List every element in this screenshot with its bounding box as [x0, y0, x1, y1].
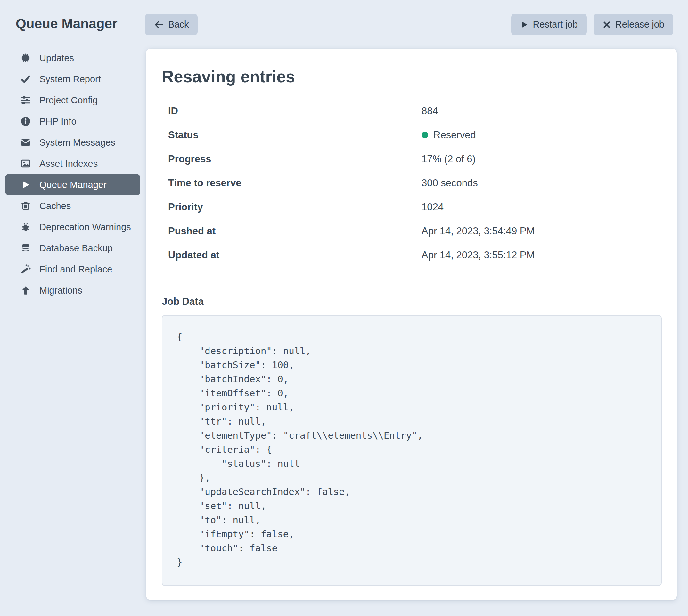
back-button-label: Back — [168, 19, 189, 30]
detail-row-time-to-reserve: Time to reserve 300 seconds — [162, 171, 662, 195]
arrow-left-icon — [154, 20, 164, 29]
restart-job-button[interactable]: Restart job — [511, 14, 587, 35]
toolbar-actions: Restart job Release job — [511, 14, 673, 35]
database-icon — [20, 243, 31, 254]
envelope-icon — [20, 137, 31, 148]
detail-label: Status — [162, 129, 422, 141]
sidebar-item-label: Migrations — [39, 284, 82, 297]
detail-row-priority: Priority 1024 — [162, 195, 662, 219]
detail-row-progress: Progress 17% (2 of 6) — [162, 147, 662, 171]
sidebar-item-label: Updates — [39, 51, 74, 65]
detail-label: Pushed at — [162, 225, 422, 237]
sidebar-item-queue-manager[interactable]: Queue Manager — [5, 174, 140, 195]
detail-row-updated-at: Updated at Apr 14, 2023, 3:55:12 PM — [162, 243, 662, 267]
sidebar-item-label: Deprecation Warnings — [39, 220, 131, 234]
detail-label: Time to reserve — [162, 177, 422, 189]
detail-value: 884 — [422, 105, 438, 117]
sidebar-item-label: Asset Indexes — [39, 157, 98, 170]
sidebar-item-deprecation-warnings[interactable]: Deprecation Warnings — [5, 216, 140, 238]
checkmark-icon — [20, 74, 31, 85]
job-data-json: { "description": null, "batchSize": 100,… — [177, 330, 647, 569]
sidebar-item-updates[interactable]: Updates — [5, 47, 140, 68]
utilities-sidebar: Updates System Report Project Config PHP… — [5, 47, 140, 301]
sidebar-item-label: System Messages — [39, 136, 115, 149]
job-details-table: ID 884 Status Reserved Progress 17% (2 o… — [162, 99, 662, 267]
sidebar-item-label: Queue Manager — [39, 178, 107, 192]
section-divider — [162, 279, 662, 279]
job-data-heading: Job Data — [162, 296, 662, 307]
sidebar-item-label: Find and Replace — [39, 263, 112, 276]
detail-value: Apr 14, 2023, 3:55:12 PM — [422, 249, 535, 261]
detail-row-id: ID 884 — [162, 99, 662, 123]
release-job-label: Release job — [615, 19, 664, 30]
sidebar-item-label: Caches — [39, 199, 71, 213]
magic-wand-icon — [20, 264, 31, 275]
sidebar-item-asset-indexes[interactable]: Asset Indexes — [5, 153, 140, 174]
sidebar-item-label: Project Config — [39, 93, 98, 107]
trash-icon — [20, 200, 31, 211]
sidebar-item-system-report[interactable]: System Report — [5, 68, 140, 90]
detail-label: Priority — [162, 201, 422, 213]
status-dot-reserved — [422, 132, 428, 138]
status-text: Reserved — [433, 129, 476, 141]
detail-row-pushed-at: Pushed at Apr 14, 2023, 3:54:49 PM — [162, 219, 662, 243]
back-button[interactable]: Back — [145, 14, 198, 35]
sidebar-item-label: System Report — [39, 72, 101, 86]
detail-value: 300 seconds — [422, 177, 478, 189]
sidebar-item-php-info[interactable]: PHP Info — [5, 111, 140, 132]
sidebar-item-caches[interactable]: Caches — [5, 195, 140, 216]
sidebar-item-label: Database Backup — [39, 241, 113, 255]
updates-burst-icon — [20, 52, 31, 63]
play-icon — [20, 179, 31, 190]
job-title: Resaving entries — [162, 67, 662, 86]
play-icon — [520, 21, 529, 29]
sidebar-item-database-backup[interactable]: Database Backup — [5, 238, 140, 259]
sidebar-item-project-config[interactable]: Project Config — [5, 90, 140, 111]
detail-value: 17% (2 of 6) — [422, 153, 476, 165]
page-title: Queue Manager — [16, 16, 117, 31]
detail-value: 1024 — [422, 201, 444, 213]
sidebar-item-migrations[interactable]: Migrations — [5, 280, 140, 301]
info-circle-icon — [20, 116, 31, 127]
image-icon — [20, 158, 31, 169]
detail-value: Reserved — [422, 129, 476, 141]
sidebar-item-find-and-replace[interactable]: Find and Replace — [5, 259, 140, 280]
job-detail-card: Resaving entries ID 884 Status Reserved … — [146, 49, 677, 600]
detail-value: Apr 14, 2023, 3:54:49 PM — [422, 225, 535, 237]
arrow-up-icon — [20, 285, 31, 296]
x-icon — [602, 21, 611, 29]
detail-row-status: Status Reserved — [162, 123, 662, 147]
sliders-icon — [20, 95, 31, 106]
sidebar-item-label: PHP Info — [39, 115, 77, 128]
detail-label: Progress — [162, 153, 422, 165]
sidebar-item-system-messages[interactable]: System Messages — [5, 132, 140, 153]
release-job-button[interactable]: Release job — [594, 14, 673, 35]
restart-job-label: Restart job — [533, 19, 578, 30]
bug-icon — [20, 222, 31, 233]
detail-label: ID — [162, 105, 422, 117]
detail-label: Updated at — [162, 249, 422, 261]
job-data-code-block: { "description": null, "batchSize": 100,… — [162, 315, 662, 586]
